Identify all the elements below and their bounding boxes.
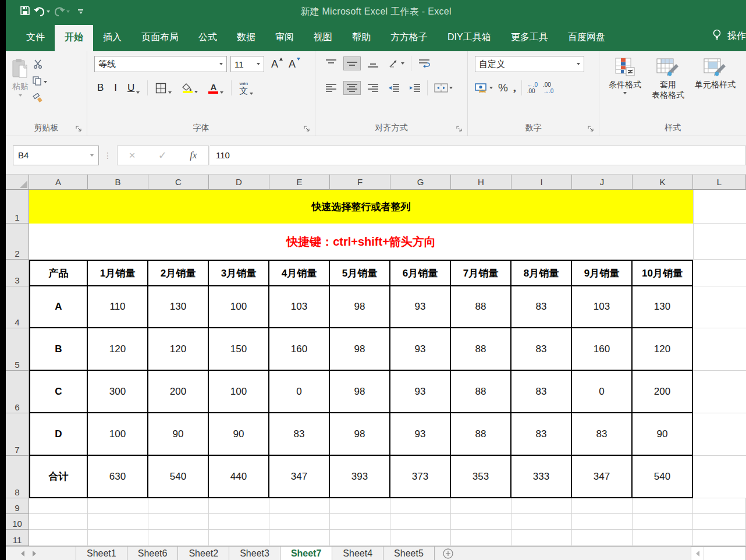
table-cell[interactable]: 373 <box>390 456 451 498</box>
empty-cell[interactable] <box>693 224 746 260</box>
align-center-button[interactable] <box>343 81 361 95</box>
table-cell[interactable]: 100 <box>209 286 269 328</box>
tab-insert[interactable]: 插入 <box>93 25 132 51</box>
empty-cell[interactable] <box>693 456 746 498</box>
empty-cell[interactable] <box>269 530 330 546</box>
empty-cell[interactable] <box>451 498 511 514</box>
table-cell[interactable]: 88 <box>451 413 511 456</box>
column-header[interactable]: L <box>693 175 746 190</box>
table-cell[interactable]: 393 <box>330 456 390 498</box>
empty-cell[interactable] <box>693 190 746 224</box>
empty-cell[interactable] <box>390 498 451 514</box>
empty-cell[interactable] <box>148 498 209 514</box>
row-header[interactable]: 9 <box>6 498 29 514</box>
table-cell[interactable]: 83 <box>269 413 330 456</box>
previous-sheet-icon[interactable] <box>21 551 24 557</box>
phonetic-dropdown-icon[interactable] <box>250 93 253 95</box>
empty-cell[interactable] <box>451 514 511 530</box>
table-cell[interactable]: 540 <box>148 456 209 498</box>
copy-dropdown-icon[interactable] <box>44 81 47 83</box>
tab-home[interactable]: 开始 <box>55 25 93 51</box>
tab-view[interactable]: 视图 <box>304 25 342 51</box>
table-cell[interactable]: 88 <box>451 286 511 328</box>
row-header[interactable]: 6 <box>6 371 29 413</box>
table-header-cell[interactable]: 10月销量 <box>633 260 693 286</box>
increase-decimal-button[interactable]: ←.0 .00 <box>527 81 538 95</box>
table-cell[interactable]: 合计 <box>29 456 88 498</box>
empty-cell[interactable] <box>330 498 390 514</box>
empty-cell[interactable] <box>29 514 88 530</box>
empty-cell[interactable] <box>572 514 633 530</box>
table-cell[interactable]: 100 <box>209 371 269 413</box>
table-cell[interactable]: 90 <box>633 413 693 456</box>
fill-color-button[interactable] <box>179 83 201 94</box>
row-header[interactable]: 8 <box>6 456 29 498</box>
table-cell[interactable]: 200 <box>148 371 209 413</box>
tab-baidu-netdisk[interactable]: 百度网盘 <box>558 25 615 51</box>
row-header[interactable]: 10 <box>6 514 29 530</box>
table-cell[interactable]: 103 <box>269 286 330 328</box>
table-cell[interactable]: D <box>29 413 88 456</box>
copy-icon[interactable] <box>33 76 42 88</box>
font-dialog-launcher-icon[interactable] <box>304 126 311 133</box>
table-cell[interactable]: 98 <box>330 413 390 456</box>
empty-cell[interactable] <box>572 530 633 546</box>
table-cell[interactable]: 130 <box>148 286 209 328</box>
column-header[interactable]: B <box>88 175 148 190</box>
empty-cell[interactable] <box>511 530 572 546</box>
accounting-dropdown-icon[interactable] <box>489 87 493 89</box>
accounting-format-button[interactable] <box>475 83 493 93</box>
table-cell[interactable]: 83 <box>511 328 572 371</box>
table-cell[interactable]: 200 <box>633 371 693 413</box>
empty-cell[interactable] <box>693 413 746 456</box>
table-header-cell[interactable]: 9月销量 <box>572 260 633 286</box>
table-cell[interactable]: C <box>29 371 88 413</box>
font-color-button[interactable]: A <box>205 82 226 94</box>
orientation-button[interactable] <box>385 56 407 71</box>
table-cell[interactable]: 83 <box>572 413 633 456</box>
font-name-dropdown-icon[interactable] <box>219 63 223 65</box>
tab-formulas[interactable]: 公式 <box>189 25 227 51</box>
horizontal-scrollbar[interactable] <box>691 547 746 560</box>
empty-cell[interactable] <box>29 498 88 514</box>
tell-me-box[interactable]: 操作 <box>712 22 746 51</box>
table-header-cell[interactable]: 3月销量 <box>209 260 269 286</box>
align-right-button[interactable] <box>364 81 382 95</box>
cut-icon[interactable] <box>33 59 47 71</box>
tab-diy-toolbox[interactable]: DIY工具箱 <box>438 25 501 51</box>
row-header[interactable]: 3 <box>6 260 29 286</box>
name-box[interactable]: B4 <box>13 146 99 165</box>
select-all-corner[interactable] <box>6 175 29 190</box>
row-header[interactable]: 11 <box>6 530 29 546</box>
table-cell[interactable]: 160 <box>269 328 330 371</box>
table-header-cell[interactable]: 产品 <box>29 260 88 286</box>
paste-dropdown-icon[interactable] <box>19 94 22 97</box>
empty-cell[interactable] <box>693 286 746 328</box>
table-cell[interactable]: 440 <box>209 456 269 498</box>
underline-button[interactable]: U <box>125 81 143 94</box>
increase-font-size-button[interactable]: A <box>268 58 282 70</box>
table-cell[interactable]: 0 <box>269 371 330 413</box>
empty-cell[interactable] <box>29 530 88 546</box>
column-header[interactable]: F <box>330 175 390 190</box>
tab-data[interactable]: 数据 <box>227 25 265 51</box>
column-header[interactable]: C <box>148 175 209 190</box>
row-header[interactable]: 1 <box>6 190 29 224</box>
formula-input[interactable]: 110 <box>210 146 746 165</box>
table-cell[interactable]: 353 <box>451 456 511 498</box>
number-dialog-launcher-icon[interactable] <box>588 126 595 133</box>
shortcut-text-cell[interactable]: 快捷键：ctrl+shift+箭头方向 <box>29 224 693 260</box>
tab-more-tools[interactable]: 更多工具 <box>501 25 558 51</box>
row-header[interactable]: 2 <box>6 224 29 260</box>
redo-button[interactable] <box>54 7 70 16</box>
orientation-dropdown-icon[interactable] <box>401 62 404 65</box>
table-cell[interactable]: 88 <box>451 371 511 413</box>
table-header-cell[interactable]: 2月销量 <box>148 260 209 286</box>
table-header-cell[interactable]: 8月销量 <box>511 260 572 286</box>
empty-cell[interactable] <box>269 498 330 514</box>
merge-dropdown-icon[interactable] <box>449 87 453 89</box>
merge-center-button[interactable] <box>431 81 456 95</box>
empty-cell[interactable] <box>209 514 269 530</box>
decrease-decimal-button[interactable]: .00 →.0 <box>543 81 553 95</box>
empty-cell[interactable] <box>148 530 209 546</box>
